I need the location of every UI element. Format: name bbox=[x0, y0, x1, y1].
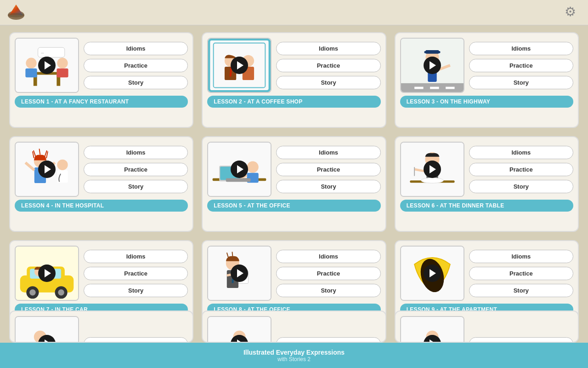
lesson-inner-12: Idioms bbox=[400, 316, 573, 343]
lesson-buttons-7: IdiomsPracticeStory bbox=[84, 250, 188, 297]
lesson-inner-9: IdiomsPracticeStory bbox=[400, 246, 573, 301]
play-button-4[interactable] bbox=[38, 161, 56, 178]
lesson-card-11: Idioms bbox=[202, 310, 386, 343]
lesson-thumbnail-10[interactable] bbox=[15, 316, 79, 343]
lesson-inner-8: IdiomsPracticeStory bbox=[207, 246, 380, 301]
svg-rect-11 bbox=[57, 69, 68, 77]
lesson-thumbnail-1[interactable]: ... bbox=[15, 38, 79, 93]
practice-button-6[interactable]: Practice bbox=[469, 163, 573, 176]
partial-row: Idioms Idioms Idioms bbox=[0, 310, 588, 343]
lesson-thumbnail-8[interactable] bbox=[207, 246, 271, 301]
svg-point-39 bbox=[57, 160, 68, 170]
svg-rect-32 bbox=[430, 87, 439, 89]
story-button-1[interactable]: Story bbox=[84, 76, 188, 89]
svg-line-70 bbox=[232, 252, 233, 256]
lesson-inner-6: IdiomsPracticeStory bbox=[400, 142, 573, 197]
lesson-buttons-3: IdiomsPracticeStory bbox=[469, 42, 573, 89]
lesson-card-2: IdiomsPracticeStoryLESSON 2 - AT A COFFE… bbox=[202, 32, 386, 128]
play-triangle bbox=[45, 339, 51, 343]
story-button-8[interactable]: Story bbox=[276, 284, 380, 297]
lesson-thumbnail-5[interactable] bbox=[207, 142, 271, 197]
idioms-button-12[interactable]: Idioms bbox=[469, 337, 573, 343]
svg-point-8 bbox=[26, 58, 36, 68]
idioms-button-5[interactable]: Idioms bbox=[276, 146, 380, 159]
lesson-buttons-6: IdiomsPracticeStory bbox=[469, 146, 573, 193]
lesson-inner-5: IdiomsPracticeStory bbox=[207, 142, 380, 197]
lesson-card-4: IdiomsPracticeStoryLESSON 4 - IN THE HOS… bbox=[9, 136, 193, 232]
lesson-label-2: LESSON 2 - AT A COFFEE SHOP bbox=[207, 96, 380, 108]
practice-button-3[interactable]: Practice bbox=[469, 59, 573, 72]
idioms-button-11[interactable]: Idioms bbox=[276, 337, 380, 343]
lesson-inner-4: IdiomsPracticeStory bbox=[15, 142, 188, 197]
lesson-thumbnail-3[interactable] bbox=[400, 38, 464, 93]
idioms-button-2[interactable]: Idioms bbox=[276, 42, 380, 55]
idioms-button-10[interactable]: Idioms bbox=[84, 337, 188, 343]
lesson-buttons-11: Idioms bbox=[276, 337, 380, 343]
play-button-9[interactable] bbox=[424, 264, 441, 282]
lesson-thumbnail-2[interactable] bbox=[207, 38, 271, 93]
practice-button-4[interactable]: Practice bbox=[84, 163, 188, 176]
practice-button-2[interactable]: Practice bbox=[276, 59, 380, 72]
lesson-thumbnail-12[interactable] bbox=[400, 316, 464, 343]
practice-button-1[interactable]: Practice bbox=[84, 59, 188, 72]
play-button-8[interactable] bbox=[231, 264, 248, 282]
idioms-button-6[interactable]: Idioms bbox=[469, 146, 573, 159]
lesson-thumbnail-7[interactable] bbox=[15, 246, 79, 301]
play-button-5[interactable] bbox=[231, 161, 248, 178]
lesson-thumbnail-9[interactable] bbox=[400, 246, 464, 301]
app-subtitle: with Stories 2 bbox=[277, 356, 311, 362]
practice-button-9[interactable]: Practice bbox=[469, 267, 573, 280]
idioms-button-8[interactable]: Idioms bbox=[276, 250, 380, 263]
practice-button-8[interactable]: Practice bbox=[276, 267, 380, 280]
play-button-7[interactable] bbox=[38, 264, 56, 282]
idioms-button-4[interactable]: Idioms bbox=[84, 146, 188, 159]
lesson-inner-10: Idioms bbox=[15, 316, 188, 343]
play-triangle bbox=[45, 269, 51, 277]
lesson-buttons-1: IdiomsPracticeStory bbox=[84, 42, 188, 89]
lesson-card-3: IdiomsPracticeStoryLESSON 3 - ON THE HIG… bbox=[395, 32, 579, 128]
lesson-inner-3: IdiomsPracticeStory bbox=[400, 38, 573, 93]
practice-button-7[interactable]: Practice bbox=[84, 267, 188, 280]
play-triangle bbox=[237, 61, 243, 69]
play-button-3[interactable] bbox=[424, 57, 441, 74]
play-triangle bbox=[45, 165, 51, 173]
idioms-button-3[interactable]: Idioms bbox=[469, 42, 573, 55]
lesson-buttons-9: IdiomsPracticeStory bbox=[469, 250, 573, 297]
play-button-2[interactable] bbox=[231, 57, 248, 74]
story-button-7[interactable]: Story bbox=[84, 284, 188, 297]
bottom-bar: Illustrated Everyday Expressions with St… bbox=[0, 343, 588, 368]
lesson-card-6: IdiomsPracticeStoryLESSON 6 - AT THE DIN… bbox=[395, 136, 579, 232]
lesson-label-6: LESSON 6 - AT THE DINNER TABLE bbox=[400, 200, 573, 212]
lesson-buttons-4: IdiomsPracticeStory bbox=[84, 146, 188, 193]
lessons-grid: ... IdiomsPracticeStoryLESSON 1 - AT A F… bbox=[0, 25, 588, 343]
story-button-3[interactable]: Story bbox=[469, 76, 573, 89]
story-button-9[interactable]: Story bbox=[469, 284, 573, 297]
idioms-button-9[interactable]: Idioms bbox=[469, 250, 573, 263]
lesson-buttons-10: Idioms bbox=[84, 337, 188, 343]
story-button-4[interactable]: Story bbox=[84, 180, 188, 193]
lesson-label-1: LESSON 1 - AT A FANCY RESTAURANT bbox=[15, 96, 188, 108]
app-title: Illustrated Everyday Expressions bbox=[243, 349, 345, 356]
lesson-thumbnail-4[interactable] bbox=[15, 142, 79, 197]
play-button-6[interactable] bbox=[424, 161, 441, 178]
lesson-thumbnail-6[interactable] bbox=[400, 142, 464, 197]
svg-point-65 bbox=[58, 289, 64, 296]
lesson-buttons-8: IdiomsPracticeStory bbox=[276, 250, 380, 297]
idioms-button-1[interactable]: Idioms bbox=[84, 42, 188, 55]
lesson-thumbnail-11[interactable] bbox=[207, 316, 271, 343]
idioms-button-7[interactable]: Idioms bbox=[84, 250, 188, 263]
story-button-6[interactable]: Story bbox=[469, 180, 573, 193]
svg-rect-9 bbox=[25, 69, 37, 77]
story-button-5[interactable]: Story bbox=[276, 180, 380, 193]
svg-point-3 bbox=[8, 13, 24, 17]
svg-rect-33 bbox=[446, 87, 454, 89]
settings-icon[interactable]: ⚙ bbox=[565, 4, 581, 21]
svg-point-45 bbox=[247, 161, 259, 173]
practice-button-5[interactable]: Practice bbox=[276, 163, 380, 176]
play-triangle bbox=[237, 165, 243, 173]
play-button-1[interactable] bbox=[38, 57, 56, 74]
story-button-2[interactable]: Story bbox=[276, 76, 380, 89]
play-triangle bbox=[430, 269, 436, 277]
lesson-inner-1: ... IdiomsPracticeStory bbox=[15, 38, 188, 93]
svg-rect-26 bbox=[424, 51, 440, 53]
